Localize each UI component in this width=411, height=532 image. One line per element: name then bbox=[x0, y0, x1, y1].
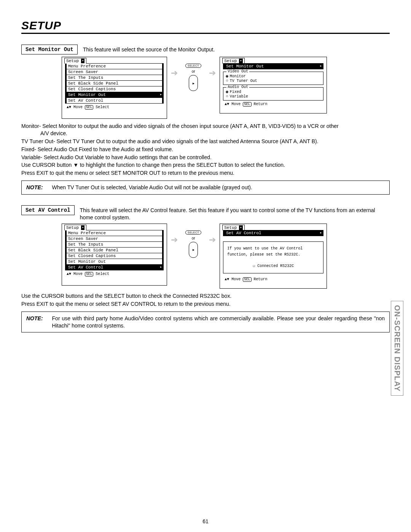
menu-item: Set Closed Captions bbox=[65, 253, 164, 259]
menu-item: Set Monitor Out bbox=[65, 259, 164, 265]
note-label: NOTE bbox=[26, 184, 43, 191]
arrow-right-icon: ➔ bbox=[171, 68, 178, 78]
note-content: For use with third party home Audio/Vide… bbox=[52, 315, 385, 329]
cursor-pad-icon: ▸ bbox=[189, 75, 198, 91]
note-box: NOTE For use with third party home Audio… bbox=[21, 312, 390, 333]
page-number: 61 bbox=[0, 518, 411, 524]
note-label: NOTE bbox=[26, 315, 43, 322]
radio-selected-icon: ◉ bbox=[226, 74, 228, 78]
osd-tab-setup: Setup▾ bbox=[222, 58, 244, 64]
menu-item-highlighted: Set AV Control bbox=[65, 264, 164, 270]
osd-set-monitor-out: Setup▾ Set Monitor Out Video Out ◉Monito… bbox=[220, 57, 327, 113]
menu-item: Set Black Side Panel bbox=[65, 247, 164, 253]
osd-hint: ▲▼ Move SEL Return bbox=[225, 277, 323, 281]
paragraph: TV Tuner Out- Select TV Tuner Out to out… bbox=[21, 138, 390, 145]
arrow-right-icon: ➔ bbox=[209, 235, 216, 245]
paragraph: Use CURSOR button ▼ to highlight the fun… bbox=[21, 161, 390, 169]
radio-icon: ○ bbox=[226, 78, 228, 83]
osd-tab-setup: Setup▾ bbox=[64, 58, 86, 64]
label-set-monitor-out: Set Monitor Out bbox=[21, 45, 78, 54]
osd-hint: ▲▼ Move SEL Select bbox=[67, 272, 164, 276]
note-content: When TV Tuner Out is selected, Variable … bbox=[52, 184, 385, 191]
select-button-icon: SELECT bbox=[185, 64, 201, 68]
paragraph: Fixed- Select Audio Out Fixed to have th… bbox=[21, 146, 390, 153]
menu-item: Menu Preference bbox=[65, 230, 164, 236]
osd-setup-menu: Setup▾ Menu Preference Screen Saver Set … bbox=[62, 57, 167, 119]
radio-icon: ○ bbox=[226, 94, 228, 99]
menu-item: Set The Inputs bbox=[65, 241, 164, 248]
menu-item: Set Closed Captions bbox=[65, 86, 164, 92]
set-av-control-desc: This feature will select the AV Control … bbox=[80, 205, 390, 221]
nav-arrows: ➔ bbox=[205, 224, 220, 245]
osd-hint: ▲▼ Move SEL Select bbox=[67, 105, 164, 109]
page-title: Setup bbox=[21, 19, 390, 34]
menu-item: Screen Saver bbox=[65, 69, 164, 75]
paragraph: Monitor- Select Monitor to output the au… bbox=[21, 123, 390, 137]
arrow-right-icon: ➔ bbox=[209, 68, 216, 78]
set-monitor-out-desc: This feature will select the source of t… bbox=[83, 45, 215, 53]
label-set-av-control: Set AV Control bbox=[21, 205, 75, 215]
radio-selected-icon: ◉ bbox=[226, 89, 228, 94]
submenu-heading: Set AV Control bbox=[223, 230, 323, 236]
osd-set-av-control: Setup▾ Set AV Control If you want to use… bbox=[220, 224, 327, 289]
paragraph: Press EXIT to quit the menu or select SE… bbox=[21, 169, 390, 177]
nav-arrows: ➔ bbox=[167, 57, 182, 78]
select-button-icon: SELECT bbox=[185, 230, 201, 235]
osd-tab-setup: Setup▾ bbox=[64, 225, 86, 230]
menu-item-highlighted: Set Monitor Out bbox=[65, 92, 164, 98]
osd-tab-setup: Setup▾ bbox=[222, 225, 244, 230]
menu-item: Screen Saver bbox=[65, 236, 164, 242]
cursor-pad-icon: ▸ bbox=[189, 242, 198, 258]
osd-setup-menu: Setup▾ Menu Preference Screen Saver Set … bbox=[62, 224, 167, 286]
checkbox-icon: ☐ bbox=[253, 264, 255, 268]
video-out-group: Video Out ◉Monitor ○TV Tuner Out bbox=[223, 72, 323, 85]
note-box: NOTE When TV Tuner Out is selected, Vari… bbox=[21, 181, 390, 195]
audio-out-group: Audio Out ◉Fixed ○Variable bbox=[223, 87, 323, 101]
osd-hint: ▲▼ Move SEL Return bbox=[225, 102, 323, 106]
paragraph: Press EXIT to quit the menu or select SE… bbox=[21, 300, 390, 308]
menu-item: Set Black Side Panel bbox=[65, 80, 164, 86]
submenu-heading: Set Monitor Out bbox=[223, 63, 323, 69]
menu-item: Set The Inputs bbox=[65, 75, 164, 81]
nav-arrows: ➔ bbox=[167, 224, 182, 245]
menu-item: Set AV Control bbox=[65, 97, 164, 104]
av-control-message: If you want to use the AV Control functi… bbox=[223, 241, 323, 273]
paragraph: Use the CURSOR buttons and the SELECT bu… bbox=[21, 292, 390, 300]
menu-item: Menu Preference bbox=[65, 63, 164, 69]
arrow-right-icon: ➔ bbox=[171, 235, 178, 245]
nav-arrows: ➔ bbox=[205, 57, 220, 78]
section-side-tab: ON-SCREEN DISPLAY bbox=[391, 301, 403, 396]
paragraph: Variable- Select Audio Out Variable to h… bbox=[21, 154, 390, 161]
